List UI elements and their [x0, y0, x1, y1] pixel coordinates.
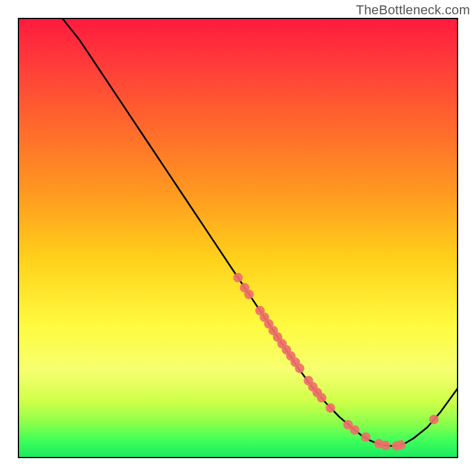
data-point — [361, 432, 371, 441]
data-point — [350, 425, 359, 435]
data-point — [295, 364, 305, 373]
data-point — [429, 415, 439, 424]
plot-area — [18, 18, 458, 458]
curve-path — [62, 18, 458, 446]
data-point — [317, 393, 327, 403]
data-point — [233, 273, 243, 283]
data-point — [396, 440, 406, 450]
curve-layer — [18, 18, 458, 458]
attribution-label: TheBottleneck.com — [356, 2, 470, 18]
data-point — [245, 290, 254, 299]
data-point — [381, 441, 390, 450]
chart-root: TheBottleneck.com — [0, 0, 476, 476]
data-point — [325, 403, 335, 413]
